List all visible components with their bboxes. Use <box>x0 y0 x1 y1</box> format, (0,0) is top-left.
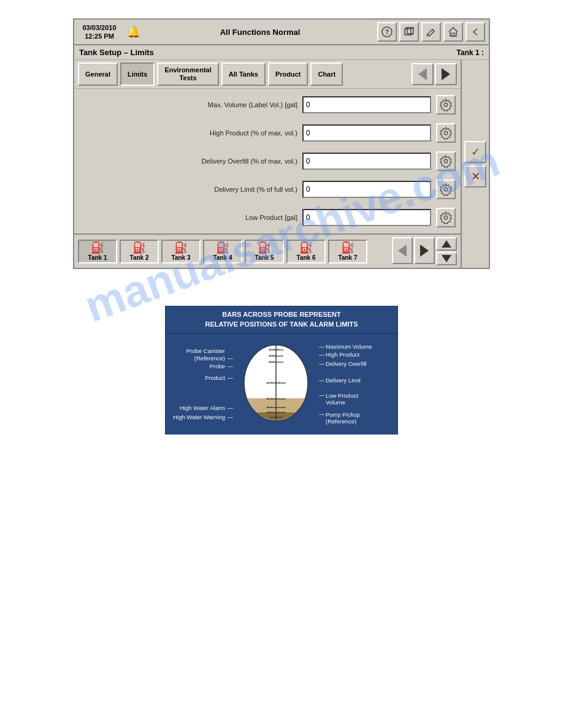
tank-name-7: Tank 7 <box>339 254 358 261</box>
tab-limits[interactable]: Limits <box>120 63 155 86</box>
tank-name-2: Tank 2 <box>130 254 149 261</box>
back-icon-btn[interactable] <box>465 22 485 42</box>
bell-icon: 🔔 <box>124 23 143 41</box>
help-icon-btn[interactable]: ? <box>377 22 397 42</box>
diagram-labels-left: Probe Canister(Reference) — Probe — Prod… <box>172 347 233 420</box>
tab-general[interactable]: General <box>78 63 118 86</box>
diagram-labels-right: — Maximum Volume — High Product — Delive… <box>319 343 386 425</box>
label-pump-pickup: Pump Pickup(Reference) <box>326 411 360 425</box>
field-settings-btn-4[interactable] <box>436 208 456 227</box>
cube-icon <box>404 26 415 37</box>
panel-with-right: General Limits Environmental Tests All T… <box>74 60 489 268</box>
field-input-2[interactable] <box>302 153 431 170</box>
diagram-title-line2: RELATIVE POSITIONS OF TANK ALARM LIMITS <box>205 320 358 328</box>
field-row-0: Max. Volume (Label Vol.) [gal] <box>79 93 456 117</box>
right-buttons: ✓ ✕ <box>461 60 489 268</box>
nav-left-btn[interactable] <box>412 63 434 85</box>
ui-panel: 03/03/2010 12:25 PM 🔔 All Functions Norm… <box>73 18 490 269</box>
field-settings-btn-1[interactable] <box>436 123 456 143</box>
svg-point-13 <box>444 188 448 192</box>
field-settings-btn-2[interactable] <box>436 151 456 171</box>
tank-item-2[interactable]: ⛽ Tank 2 <box>120 240 159 264</box>
time-display: 12:25 PM <box>85 32 114 40</box>
tab-env[interactable]: Environmental Tests <box>157 63 218 86</box>
diagram-title-line1: BARS ACROSS PROBE REPRESENT <box>222 311 340 318</box>
field-row-2: Delivery Overfill (% of max. vol.) <box>79 149 456 173</box>
confirm-btn[interactable]: ✓ <box>464 141 486 163</box>
help-icon: ? <box>381 26 393 37</box>
tank-next-btn[interactable] <box>414 237 435 264</box>
tank-bar: ⛽ Tank 1 ⛽ Tank 2 ⛽ Tank 3 ⛽ Tank 4 <box>74 233 461 268</box>
home-icon-btn[interactable] <box>443 22 463 42</box>
field-input-3[interactable] <box>302 181 431 198</box>
tank-diagram-svg <box>239 340 313 428</box>
tank-item-3[interactable]: ⛽ Tank 3 <box>161 240 201 264</box>
edit-icon <box>426 26 437 37</box>
tank-name-5: Tank 5 <box>255 254 274 261</box>
status-text: All Functions Normal <box>147 28 373 37</box>
label-delivery-overfill: Delivery Overfill <box>326 360 367 367</box>
tab-chart[interactable]: Chart <box>310 63 343 86</box>
tank-icon-1: ⛽ <box>91 242 104 253</box>
label-low-product-volume: Low ProductVolume <box>326 392 358 406</box>
tank-item-4[interactable]: ⛽ Tank 4 <box>203 240 242 264</box>
datetime-box: 03/03/2010 12:25 PM <box>78 23 121 41</box>
field-input-0[interactable] <box>302 96 431 113</box>
tab-product[interactable]: Product <box>268 63 308 86</box>
svg-point-11 <box>444 132 448 135</box>
tank-item-7[interactable]: ⛽ Tank 7 <box>328 240 367 264</box>
cancel-btn[interactable]: ✕ <box>464 165 486 188</box>
tabs-row: General Limits Environmental Tests All T… <box>74 60 461 89</box>
field-row-4: Low Product [gal] <box>79 205 456 230</box>
field-settings-btn-0[interactable] <box>436 95 456 115</box>
header-icons: ? <box>377 22 485 42</box>
main-content: General Limits Environmental Tests All T… <box>74 60 461 268</box>
tank-icon-5: ⛽ <box>258 242 271 253</box>
diagram-title: BARS ACROSS PROBE REPRESENT RELATIVE POS… <box>165 306 398 333</box>
tank-label: Tank 1 : <box>457 48 484 57</box>
field-input-1[interactable] <box>302 124 431 142</box>
field-label-4: Low Product [gal] <box>163 214 297 221</box>
svg-text:?: ? <box>385 28 389 36</box>
field-label-3: Delivery Limit (% of full vol.) <box>163 186 297 193</box>
gear-icon-0 <box>439 98 453 112</box>
gear-icon-4 <box>439 211 453 224</box>
label-max-volume: Maximum Volume <box>326 343 372 350</box>
tank-item-6[interactable]: ⛽ Tank 6 <box>286 240 326 264</box>
tank-icon-3: ⛽ <box>174 242 188 253</box>
tank-name-1: Tank 1 <box>88 254 107 261</box>
label-probe: Probe <box>210 363 225 370</box>
label-high-water-alarm: High Water Alarm <box>180 404 225 411</box>
nav-right-btn[interactable] <box>435 63 457 85</box>
header-bar: 03/03/2010 12:25 PM 🔔 All Functions Norm… <box>74 20 489 45</box>
page-title: Tank Setup – Limits <box>79 48 154 57</box>
tab-alltanks[interactable]: All Tanks <box>221 63 266 86</box>
nav-arrows <box>412 63 457 86</box>
tank-name-6: Tank 6 <box>297 254 316 261</box>
diagram-section: BARS ACROSS PROBE REPRESENT RELATIVE POS… <box>165 306 398 434</box>
svg-line-7 <box>432 29 434 31</box>
field-row-3: Delivery Limit (% of full vol.) <box>79 177 456 202</box>
back-icon <box>470 26 481 37</box>
home-icon <box>448 26 459 37</box>
scroll-up-btn[interactable] <box>436 237 457 251</box>
field-label-1: High Product (% of max. vol.) <box>163 129 297 137</box>
tank-item-5[interactable]: ⛽ Tank 5 <box>245 240 284 264</box>
field-label-2: Delivery Overfill (% of max. vol.) <box>163 157 297 165</box>
field-input-4[interactable] <box>302 209 431 226</box>
diagram-body: Probe Canister(Reference) — Probe — Prod… <box>165 333 398 434</box>
tank-prev-btn[interactable] <box>392 237 413 264</box>
edit-icon-btn[interactable] <box>421 22 441 42</box>
tank-icon-2: ⛽ <box>132 242 146 253</box>
field-settings-btn-3[interactable] <box>436 180 456 199</box>
title-row: Tank Setup – Limits Tank 1 : <box>74 45 489 60</box>
tank-icon-6: ⛽ <box>299 242 313 253</box>
svg-point-14 <box>444 216 448 220</box>
tank-item-1[interactable]: ⛽ Tank 1 <box>78 240 117 264</box>
gear-icon-3 <box>439 183 453 196</box>
field-label-0: Max. Volume (Label Vol.) [gal] <box>163 101 297 108</box>
label-product: Product <box>205 374 225 381</box>
cube-icon-btn[interactable] <box>399 22 419 42</box>
label-delivery-limit: Delivery Limit <box>326 377 361 384</box>
scroll-down-btn[interactable] <box>436 252 457 265</box>
